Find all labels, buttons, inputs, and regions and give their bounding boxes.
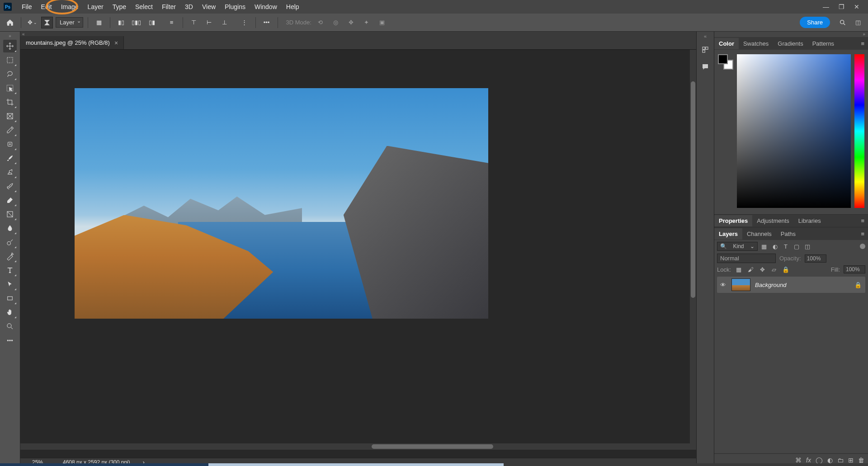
- crop-tool[interactable]: [3, 96, 17, 108]
- layer-visibility-icon[interactable]: 👁: [719, 282, 727, 288]
- history-brush-tool[interactable]: [3, 180, 17, 193]
- tab-channels[interactable]: Channels: [742, 228, 776, 240]
- more-options-icon[interactable]: •••: [260, 16, 273, 29]
- filter-pixel-icon[interactable]: ▦: [760, 242, 769, 251]
- path-select-tool[interactable]: [3, 278, 17, 291]
- healing-brush-tool[interactable]: [3, 138, 17, 151]
- layer-mask-icon[interactable]: ◯: [816, 457, 823, 464]
- menu-edit[interactable]: Edit: [37, 1, 57, 12]
- search-icon[interactable]: [836, 16, 849, 29]
- menu-select[interactable]: Select: [131, 1, 157, 12]
- align-center-v-icon[interactable]: ⊢: [203, 16, 216, 29]
- layer-thumbnail[interactable]: [731, 278, 750, 291]
- menu-filter[interactable]: Filter: [157, 1, 180, 12]
- clone-stamp-tool[interactable]: [3, 166, 17, 179]
- document-tab[interactable]: mountains.jpeg @ 25% (RGB/8) ×: [20, 36, 124, 49]
- tab-libraries[interactable]: Libraries: [794, 215, 826, 226]
- lock-transparency-icon[interactable]: ▦: [735, 266, 743, 273]
- layer-filter-dropdown[interactable]: 🔍Kind⌄: [717, 242, 758, 251]
- tab-patterns[interactable]: Patterns: [808, 38, 839, 49]
- move-tool-indicator-icon[interactable]: ✥⌄: [26, 16, 38, 29]
- delete-layer-icon[interactable]: 🗑: [858, 457, 864, 464]
- lock-position-icon[interactable]: ✥: [758, 266, 766, 273]
- color-panel-menu-icon[interactable]: ≡: [857, 40, 868, 47]
- lasso-tool[interactable]: [3, 68, 17, 80]
- share-button[interactable]: Share: [800, 17, 830, 28]
- tab-color[interactable]: Color: [714, 38, 739, 49]
- tab-gradients[interactable]: Gradients: [773, 38, 807, 49]
- doc-collapse-arrow[interactable]: «: [20, 32, 696, 36]
- history-panel-icon[interactable]: [699, 43, 712, 56]
- 3d-orbit-icon[interactable]: ⟲: [314, 16, 327, 29]
- layer-locked-icon[interactable]: 🔒: [854, 282, 862, 288]
- lock-artboard-icon[interactable]: ▱: [770, 266, 778, 273]
- 3d-roll-icon[interactable]: ◎: [330, 16, 342, 29]
- marquee-tool[interactable]: [3, 54, 17, 66]
- home-button[interactable]: [4, 16, 16, 29]
- window-close-button[interactable]: ✕: [849, 1, 864, 12]
- filter-adjust-icon[interactable]: ◐: [770, 242, 779, 251]
- vertical-scrollbar[interactable]: [690, 50, 696, 443]
- tab-paths[interactable]: Paths: [776, 228, 800, 240]
- menu-file[interactable]: File: [17, 1, 37, 12]
- window-maximize-button[interactable]: ❐: [834, 1, 849, 12]
- new-fill-layer-icon[interactable]: ◐: [827, 457, 833, 464]
- close-tab-icon[interactable]: ×: [114, 39, 118, 47]
- blend-mode-dropdown[interactable]: Normal: [717, 254, 776, 263]
- dodge-tool[interactable]: [3, 236, 17, 249]
- workspace-switcher-icon[interactable]: ◫: [852, 16, 864, 29]
- menu-image[interactable]: Image: [57, 1, 83, 12]
- lock-pixels-icon[interactable]: 🖌: [746, 266, 755, 273]
- tools-more[interactable]: •••: [3, 334, 17, 347]
- expand-panels-handle[interactable]: «: [704, 33, 707, 39]
- 3d-camera-icon[interactable]: ▣: [376, 16, 388, 29]
- object-select-tool[interactable]: [3, 82, 17, 94]
- rectangle-tool[interactable]: [3, 292, 17, 305]
- comments-panel-icon[interactable]: [699, 61, 712, 73]
- tab-layers[interactable]: Layers: [714, 228, 742, 240]
- menu-window[interactable]: Window: [250, 1, 282, 12]
- filter-type-icon[interactable]: T: [781, 242, 790, 251]
- lock-all-icon[interactable]: 🔒: [782, 266, 790, 273]
- layer-row-background[interactable]: 👁 Background 🔒: [717, 277, 865, 293]
- menu-type[interactable]: Type: [108, 1, 131, 12]
- tab-swatches[interactable]: Swatches: [739, 38, 773, 49]
- canvas[interactable]: [20, 50, 696, 458]
- properties-panel-menu-icon[interactable]: ≡: [857, 217, 868, 224]
- window-minimize-button[interactable]: —: [818, 1, 834, 12]
- layers-panel-menu-icon[interactable]: ≡: [857, 231, 868, 237]
- foreground-background-swatch[interactable]: [718, 54, 733, 70]
- align-top-icon[interactable]: ⊤: [188, 16, 200, 29]
- auto-select-target-dropdown[interactable]: Layer: [56, 17, 83, 28]
- horizontal-scrollbar[interactable]: [20, 443, 696, 450]
- new-layer-icon[interactable]: ⊞: [848, 457, 854, 464]
- distribute-h-icon[interactable]: ≡: [165, 16, 178, 29]
- tab-adjustments[interactable]: Adjustments: [752, 215, 794, 226]
- eraser-tool[interactable]: [3, 194, 17, 207]
- fill-field[interactable]: 100%: [844, 265, 865, 273]
- hand-tool[interactable]: [3, 306, 17, 319]
- menu-layer[interactable]: Layer: [83, 1, 108, 12]
- 3d-slide-icon[interactable]: ✦: [360, 16, 373, 29]
- eyedropper-tool[interactable]: [3, 124, 17, 137]
- move-tool[interactable]: [3, 40, 17, 52]
- filter-shape-icon[interactable]: ▢: [792, 242, 801, 251]
- filter-smart-icon[interactable]: ◫: [803, 242, 812, 251]
- transform-controls-toggle[interactable]: ▦: [93, 16, 105, 29]
- filter-toggle[interactable]: [860, 244, 865, 249]
- foreground-color-swatch[interactable]: [718, 54, 728, 64]
- align-bottom-icon[interactable]: ⊥: [218, 16, 231, 29]
- menu-plugins[interactable]: Plugins: [220, 1, 250, 12]
- menu-3d[interactable]: 3D: [180, 1, 198, 12]
- align-left-icon[interactable]: ▮▯: [115, 16, 127, 29]
- blur-tool[interactable]: [3, 222, 17, 235]
- new-group-icon[interactable]: 🗀: [837, 457, 844, 464]
- tab-properties[interactable]: Properties: [714, 215, 752, 226]
- 3d-pan-icon[interactable]: ✥: [345, 16, 358, 29]
- layer-name[interactable]: Background: [755, 282, 786, 288]
- align-center-h-icon[interactable]: ▯▮▯: [130, 16, 143, 29]
- hue-slider[interactable]: [854, 54, 864, 208]
- frame-tool[interactable]: [3, 110, 17, 122]
- auto-select-toggle[interactable]: [41, 17, 53, 28]
- tools-collapse-handle[interactable]: »: [9, 33, 11, 39]
